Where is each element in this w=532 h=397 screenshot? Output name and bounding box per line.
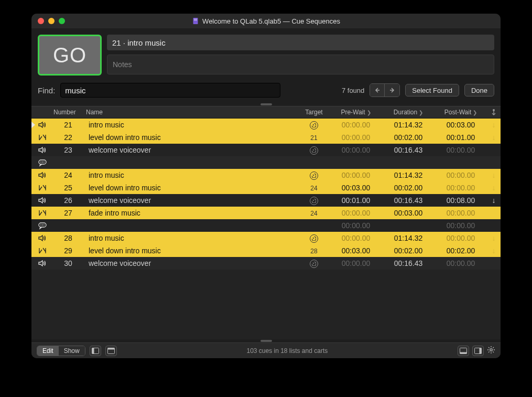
col-header-name[interactable]: Name <box>86 109 298 116</box>
cue-target <box>298 146 330 155</box>
table-header: Number Name Target Pre-Wait❯ Duration❯ P… <box>31 106 501 119</box>
find-prev-button[interactable] <box>370 84 385 96</box>
find-nav-group <box>370 83 400 97</box>
cue-name: level down intro music <box>86 184 298 192</box>
cue-number: 25 <box>53 184 86 192</box>
cue-row[interactable]: 26welcome voiceover00:01.0000:16.4300:08… <box>31 194 501 207</box>
continue-arrow-icon: ↓ <box>492 121 496 129</box>
panel-toggle-right[interactable] <box>472 346 484 356</box>
cue-prewait: 00:00.00 <box>330 133 382 142</box>
cue-type-icon <box>31 184 53 192</box>
cue-target <box>298 121 330 130</box>
minimize-window-button[interactable] <box>48 18 55 24</box>
target-disc-icon <box>310 121 318 130</box>
panel-toggle-bottom[interactable] <box>458 346 469 356</box>
svg-point-6 <box>42 162 43 163</box>
cue-type-icon <box>31 234 53 242</box>
svg-rect-13 <box>92 348 94 353</box>
target-disc-icon <box>310 260 318 268</box>
cue-row[interactable]: 29level down intro music2800:03.0000:02.… <box>31 244 501 257</box>
cue-number: 22 <box>53 133 86 142</box>
cue-row[interactable]: 22level down intro music2100:00.0000:02.… <box>31 131 501 144</box>
continue-arrow-icon: ↓ <box>492 184 496 192</box>
traffic-lights <box>31 18 65 24</box>
cue-name: welcome voiceover <box>86 146 298 154</box>
col-header-duration[interactable]: Duration❯ <box>382 109 435 116</box>
cue-postwait: 00:00.00 <box>435 146 487 154</box>
cue-postwait: 00:02.00 <box>435 246 487 255</box>
cue-row[interactable]: 30welcome voiceover00:00.0000:16.4300:00… <box>31 257 501 270</box>
continue-arrow-icon: ↓ <box>492 196 496 205</box>
cue-postwait: 00:00.00 <box>435 171 487 179</box>
edit-mode-button[interactable]: Edit <box>37 346 59 356</box>
cue-row[interactable]: 28intro music00:00.0001:14.3200:00.00↓ <box>31 232 501 244</box>
cue-name: intro music <box>86 171 298 179</box>
cue-name: intro music <box>86 234 298 242</box>
cue-duration: 00:02.00 <box>382 184 435 192</box>
cue-target: 24 <box>298 184 330 192</box>
cue-row[interactable]: 27fade intro music2400:00.0000:03.0000:0… <box>31 207 501 219</box>
target-disc-icon <box>310 197 318 205</box>
cue-type-icon <box>31 221 53 230</box>
titlebar: Welcome to QLab 5.qlab5 — Cue Sequences <box>31 14 501 28</box>
done-button[interactable]: Done <box>464 84 494 96</box>
continue-arrow-icon: ↓ <box>492 171 496 179</box>
target-cue-number: 28 <box>310 248 317 255</box>
cue-postwait: 00:00.00 <box>435 259 487 267</box>
cue-postwait: 00:00.00 <box>435 209 487 217</box>
split-handle-top[interactable] <box>31 103 501 106</box>
cue-duration: 01:14.32 <box>382 121 435 129</box>
cue-row[interactable]: 00:00.0000:00.00 <box>31 219 501 232</box>
zoom-window-button[interactable] <box>59 18 65 24</box>
select-found-button[interactable]: Select Found <box>405 84 459 96</box>
chevron-right-icon: ❯ <box>419 110 423 115</box>
col-header-continue[interactable] <box>487 109 501 116</box>
cue-duration: 00:16.43 <box>382 259 435 267</box>
notes-field[interactable]: Notes <box>107 55 494 74</box>
document-icon <box>192 17 199 25</box>
cue-postwait: 00:00.00 <box>435 221 487 230</box>
gear-icon <box>487 346 495 354</box>
col-header-prewait[interactable]: Pre-Wait❯ <box>330 109 382 116</box>
cue-row[interactable]: 24intro music00:00.0001:14.3200:00.00↓ <box>31 169 501 181</box>
col-header-target[interactable]: Target <box>298 109 330 116</box>
cue-row[interactable]: 21intro music00:00.0001:14.3200:03.00↓ <box>31 119 501 131</box>
continue-arrow-icon: ↓ <box>492 246 496 255</box>
sidebar-left-icon <box>92 348 99 354</box>
col-header-number[interactable]: Number <box>53 109 86 116</box>
cue-prewait: 00:03.00 <box>330 184 382 192</box>
svg-point-9 <box>40 224 41 226</box>
go-button[interactable]: GO <box>38 35 102 76</box>
cue-prewait: 00:01.00 <box>330 196 382 205</box>
close-window-button[interactable] <box>38 18 44 24</box>
cue-target <box>298 171 330 180</box>
header: GO 21 · intro music Notes <box>31 28 501 80</box>
cue-continue-mode: ↓ <box>487 234 501 242</box>
cue-target: 28 <box>298 246 330 255</box>
panel-toggle-2[interactable] <box>105 346 117 356</box>
find-result-count: 7 found <box>342 87 364 94</box>
settings-button[interactable] <box>487 346 495 356</box>
svg-rect-15 <box>107 348 114 349</box>
cue-row[interactable] <box>31 156 501 169</box>
split-handle-bottom[interactable] <box>31 339 501 342</box>
cue-number: 26 <box>53 196 86 205</box>
panel-bottom-icon <box>460 348 467 354</box>
table-body[interactable]: 21intro music00:00.0001:14.3200:03.00↓22… <box>31 119 501 339</box>
cue-target <box>298 234 330 243</box>
cue-continue-mode: ↓ <box>487 196 501 205</box>
find-input[interactable] <box>60 83 280 98</box>
cue-row[interactable]: 23welcome voiceover00:00.0000:16.4300:00… <box>31 144 501 156</box>
col-header-postwait[interactable]: Post-Wait❯ <box>435 109 487 116</box>
show-mode-button[interactable]: Show <box>59 346 85 356</box>
cue-number: 28 <box>53 234 86 242</box>
svg-line-27 <box>488 351 490 352</box>
cue-type-icon <box>31 158 53 167</box>
cue-continue-mode: ↓ <box>487 133 501 142</box>
find-next-button[interactable] <box>385 84 399 96</box>
cue-row[interactable]: 25level down intro music2400:03.0000:02.… <box>31 181 501 194</box>
panel-toggle-left[interactable] <box>90 346 101 356</box>
cue-continue-mode: ↓ <box>487 246 501 255</box>
standby-cue-display[interactable]: 21 · intro music <box>107 35 494 50</box>
cue-prewait: 00:00.00 <box>330 146 382 154</box>
